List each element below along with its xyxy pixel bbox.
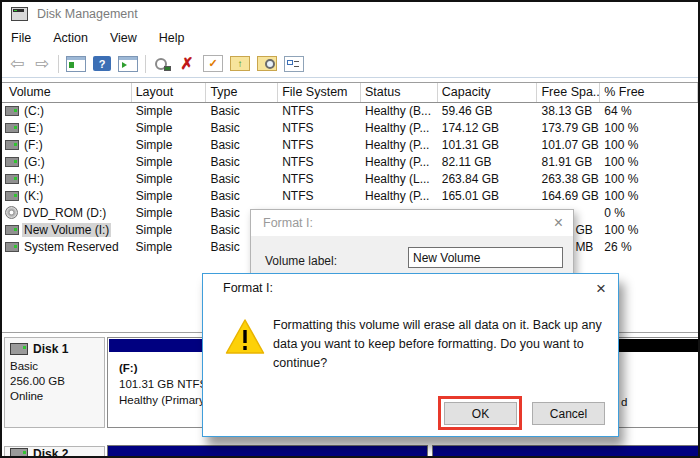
cell-type: Basic — [206, 189, 278, 203]
disk2-partition-strip-2[interactable] — [432, 445, 700, 458]
volume-name: (G:) — [22, 155, 47, 169]
volume-name: (E:) — [22, 121, 45, 135]
help-icon[interactable]: ? — [93, 56, 111, 71]
disk1-info-panel[interactable]: Disk 1 Basic 256.00 GB Online — [4, 337, 105, 428]
format-label-dialog-title: Format I: — [263, 216, 554, 230]
folder-search-icon[interactable] — [257, 56, 277, 71]
cell-fs: NTFS — [278, 155, 361, 169]
menu-file[interactable]: File — [2, 28, 42, 48]
disk2-info-panel[interactable]: Disk 2 — [4, 446, 105, 458]
disk-icon — [10, 343, 28, 355]
volume-name: (H:) — [22, 172, 46, 186]
cell-free: 263.38 GB — [537, 172, 600, 186]
cell-pct: 100 % — [600, 189, 698, 203]
magnifier-disk-icon[interactable] — [153, 56, 171, 72]
delete-x-icon[interactable]: ✗ — [178, 54, 196, 74]
table-row[interactable]: (H:)SimpleBasicNTFSHealthy (L...263.84 G… — [2, 170, 698, 187]
close-icon[interactable]: × — [596, 280, 606, 297]
warning-message-line: Formatting this volume will erase all da… — [273, 316, 611, 335]
console-play-icon[interactable] — [118, 56, 138, 72]
column-header-type[interactable]: Type — [206, 83, 278, 102]
titlebar: Disk Management — [2, 2, 698, 26]
cell-free: 38.13 GB — [537, 104, 600, 118]
cell-status: Healthy (P... — [361, 155, 438, 169]
column-header-status[interactable]: Status — [361, 83, 438, 102]
cell-layout: Simple — [132, 138, 207, 152]
dvd-icon — [5, 206, 18, 219]
folder-up-icon[interactable]: ↑ — [230, 56, 250, 71]
cell-layout: Simple — [132, 189, 207, 203]
disk1-type: Basic — [10, 359, 104, 374]
volume-name: New Volume (I:) — [22, 223, 111, 237]
warning-icon — [225, 318, 265, 359]
table-row[interactable]: (K:)SimpleBasicNTFSHealthy (P...165.01 G… — [2, 187, 698, 204]
cell-capacity: 101.31 GB — [438, 138, 538, 152]
warning-message-line: continue? — [273, 354, 611, 373]
volume-table-header: VolumeLayoutTypeFile SystemStatusCapacit… — [2, 82, 698, 103]
volume-name: DVD_ROM (D:) — [21, 206, 108, 220]
cell-layout: Simple — [132, 223, 207, 237]
column-header-volume[interactable]: Volume — [2, 83, 132, 102]
console-window-icon[interactable] — [66, 56, 86, 72]
table-row[interactable]: (E:)SimpleBasicNTFSHealthy (P...174.12 G… — [2, 119, 698, 136]
column-header-layout[interactable]: Layout — [132, 83, 207, 102]
column-header-file-system[interactable]: File System — [278, 83, 361, 102]
cell-type: Basic — [206, 172, 278, 186]
unallocated-strip — [619, 339, 698, 352]
cell-pct: 26 % — [600, 240, 698, 254]
volume-icon — [5, 174, 19, 184]
volume-label-text: Volume label: — [265, 254, 337, 268]
cell-free: 173.79 GB — [537, 121, 600, 135]
cell-capacity: 165.01 GB — [438, 189, 538, 203]
toolbar-separator — [58, 55, 59, 73]
cell-status: Healthy (B... — [361, 104, 438, 118]
volume-icon — [5, 157, 19, 167]
cell-free: 81.91 GB — [537, 155, 600, 169]
disk1-size: 256.00 GB — [10, 374, 104, 389]
cell-layout: Simple — [132, 104, 207, 118]
cell-status: Healthy (L... — [361, 172, 438, 186]
close-icon[interactable]: × — [554, 215, 563, 231]
window-title: Disk Management — [37, 7, 138, 21]
format-confirm-dialog: Format I: × Formatting this volume will … — [202, 273, 619, 437]
toolbar-separator — [145, 55, 146, 73]
table-row[interactable]: (F:)SimpleBasicNTFSHealthy (P...101.31 G… — [2, 136, 698, 153]
cell-fs: NTFS — [278, 172, 361, 186]
cancel-button[interactable]: Cancel — [532, 402, 605, 425]
properties-list-icon[interactable] — [284, 56, 304, 72]
volume-label-input[interactable] — [408, 247, 563, 268]
cell-layout: Simple — [132, 172, 207, 186]
cell-capacity: 82.11 GB — [438, 155, 538, 169]
cell-layout: Simple — [132, 240, 207, 254]
menubar: FileActionViewHelp — [2, 26, 698, 50]
unallocated-segment[interactable]: d — [618, 337, 700, 428]
cell-type: Basic — [206, 155, 278, 169]
menu-help[interactable]: Help — [148, 28, 196, 48]
cell-type: Basic — [206, 138, 278, 152]
unallocated-label-fragment: d — [621, 396, 627, 408]
document-check-icon[interactable]: ✓ — [203, 55, 223, 72]
warning-message: Formatting this volume will erase all da… — [273, 316, 611, 373]
cell-pct: 0 % — [600, 206, 698, 220]
table-row[interactable]: (C:)SimpleBasicNTFSHealthy (B...59.46 GB… — [2, 102, 698, 119]
ok-button[interactable]: OK — [444, 402, 517, 425]
disk2-row: Disk 2 — [2, 441, 698, 458]
column-header-free-spa-[interactable]: Free Spa... — [537, 83, 600, 102]
menu-view[interactable]: View — [99, 28, 148, 48]
format-confirm-dialog-titlebar[interactable]: Format I: × — [203, 274, 618, 302]
table-row[interactable]: (G:)SimpleBasicNTFSHealthy (P...82.11 GB… — [2, 153, 698, 170]
menu-action[interactable]: Action — [42, 28, 99, 48]
cell-layout: Simple — [132, 155, 207, 169]
volume-icon — [5, 242, 19, 252]
column-header-capacity[interactable]: Capacity — [438, 83, 538, 102]
cell-status: Healthy (P... — [361, 121, 438, 135]
volume-name: (F:) — [22, 138, 45, 152]
column-header--free[interactable]: % Free — [600, 83, 698, 102]
cell-status: Healthy (P... — [361, 138, 438, 152]
back-arrow-icon[interactable]: ⇦ — [8, 54, 26, 74]
cell-pct: 100 % — [600, 172, 698, 186]
format-label-dialog-titlebar[interactable]: Format I: × — [251, 210, 573, 236]
disk2-partition-strip-1[interactable] — [107, 445, 428, 458]
toolbar: ⇦⇨?✗✓↑ — [2, 50, 698, 78]
forward-arrow-icon[interactable]: ⇨ — [33, 54, 51, 74]
